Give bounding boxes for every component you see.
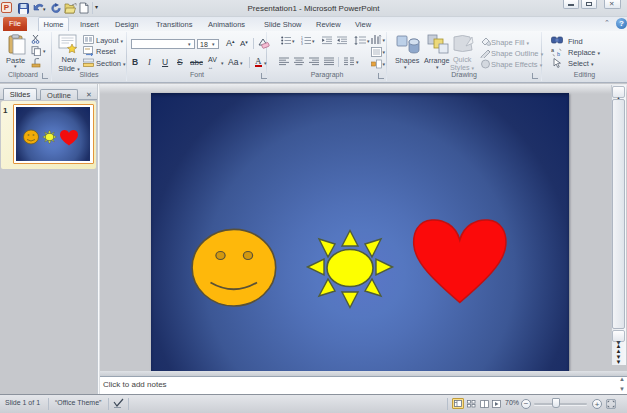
svg-text:a: a [551, 47, 555, 53]
svg-text:3: 3 [301, 42, 303, 45]
svg-text:b: b [557, 51, 560, 57]
